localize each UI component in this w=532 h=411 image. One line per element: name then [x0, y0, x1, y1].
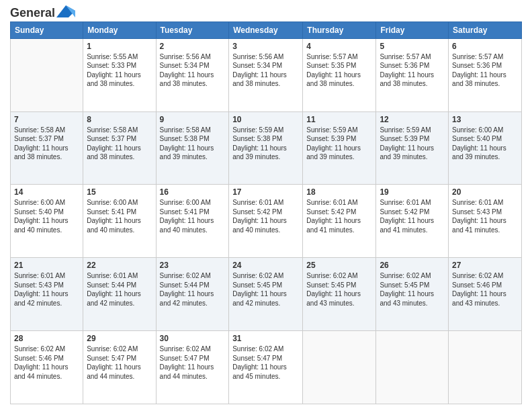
- day-info: Sunrise: 5:59 AMSunset: 5:39 PMDaylight:…: [306, 126, 372, 162]
- calendar-week-row: 28Sunrise: 6:02 AMSunset: 5:46 PMDayligh…: [11, 331, 522, 404]
- calendar-cell: 13Sunrise: 6:00 AMSunset: 5:40 PMDayligh…: [449, 111, 522, 185]
- calendar-week-row: 14Sunrise: 6:00 AMSunset: 5:40 PMDayligh…: [11, 185, 522, 258]
- col-header-saturday: Saturday: [449, 21, 522, 38]
- day-info: Sunrise: 6:00 AMSunset: 5:41 PMDaylight:…: [160, 198, 226, 234]
- day-number: 23: [160, 261, 226, 270]
- day-info: Sunrise: 6:00 AMSunset: 5:41 PMDaylight:…: [87, 198, 152, 234]
- day-number: 3: [232, 42, 299, 51]
- calendar-cell: 2Sunrise: 5:56 AMSunset: 5:34 PMDaylight…: [156, 38, 229, 111]
- logo-icon: [56, 5, 75, 19]
- calendar-cell: 17Sunrise: 6:01 AMSunset: 5:42 PMDayligh…: [229, 185, 303, 258]
- day-number: 8: [87, 115, 152, 124]
- day-info: Sunrise: 5:57 AMSunset: 5:35 PMDaylight:…: [306, 52, 372, 89]
- calendar-cell: 21Sunrise: 6:01 AMSunset: 5:43 PMDayligh…: [11, 258, 83, 331]
- day-info: Sunrise: 5:58 AMSunset: 5:37 PMDaylight:…: [14, 126, 79, 162]
- day-number: 30: [160, 334, 226, 343]
- day-number: 24: [232, 261, 299, 270]
- day-number: 13: [452, 115, 518, 124]
- day-number: 1: [87, 42, 152, 51]
- col-header-monday: Monday: [83, 21, 156, 38]
- calendar-cell: 14Sunrise: 6:00 AMSunset: 5:40 PMDayligh…: [11, 185, 83, 258]
- calendar-cell: 15Sunrise: 6:00 AMSunset: 5:41 PMDayligh…: [83, 185, 156, 258]
- day-number: 10: [232, 115, 299, 124]
- day-number: 29: [87, 334, 152, 343]
- logo-text: General: [10, 7, 55, 20]
- calendar-cell: 4Sunrise: 5:57 AMSunset: 5:35 PMDaylight…: [303, 38, 376, 111]
- day-number: 18: [306, 187, 372, 197]
- calendar-cell: 11Sunrise: 5:59 AMSunset: 5:39 PMDayligh…: [303, 111, 376, 185]
- header: General: [10, 7, 522, 16]
- col-header-sunday: Sunday: [11, 21, 83, 38]
- day-info: Sunrise: 6:01 AMSunset: 5:43 PMDaylight:…: [452, 198, 518, 234]
- day-info: Sunrise: 6:00 AMSunset: 5:40 PMDaylight:…: [452, 126, 518, 162]
- day-info: Sunrise: 5:57 AMSunset: 5:36 PMDaylight:…: [452, 52, 518, 89]
- day-number: 9: [160, 115, 226, 124]
- day-number: 31: [232, 334, 299, 343]
- day-number: 12: [380, 115, 445, 124]
- calendar-cell: 30Sunrise: 6:02 AMSunset: 5:47 PMDayligh…: [156, 331, 229, 404]
- calendar-cell: 23Sunrise: 6:02 AMSunset: 5:44 PMDayligh…: [156, 258, 229, 331]
- day-info: Sunrise: 6:01 AMSunset: 5:42 PMDaylight:…: [232, 198, 299, 234]
- calendar-cell: 26Sunrise: 6:02 AMSunset: 5:45 PMDayligh…: [376, 258, 449, 331]
- day-info: Sunrise: 6:02 AMSunset: 5:47 PMDaylight:…: [232, 345, 299, 381]
- calendar-cell: 19Sunrise: 6:01 AMSunset: 5:42 PMDayligh…: [376, 185, 449, 258]
- day-info: Sunrise: 5:58 AMSunset: 5:37 PMDaylight:…: [87, 126, 152, 162]
- day-info: Sunrise: 5:59 AMSunset: 5:39 PMDaylight:…: [380, 126, 445, 162]
- col-header-tuesday: Tuesday: [156, 21, 229, 38]
- day-number: 5: [380, 42, 445, 51]
- calendar-cell: 7Sunrise: 5:58 AMSunset: 5:37 PMDaylight…: [11, 111, 83, 185]
- day-number: 26: [380, 261, 445, 270]
- day-info: Sunrise: 6:02 AMSunset: 5:44 PMDaylight:…: [160, 271, 226, 308]
- calendar-cell: 3Sunrise: 5:56 AMSunset: 5:34 PMDaylight…: [229, 38, 303, 111]
- calendar-week-row: 7Sunrise: 5:58 AMSunset: 5:37 PMDaylight…: [11, 111, 522, 185]
- calendar-cell: 28Sunrise: 6:02 AMSunset: 5:46 PMDayligh…: [11, 331, 83, 404]
- day-number: 4: [306, 42, 372, 51]
- day-info: Sunrise: 6:02 AMSunset: 5:46 PMDaylight:…: [14, 345, 79, 381]
- day-number: 2: [160, 42, 226, 51]
- calendar-cell: 27Sunrise: 6:02 AMSunset: 5:46 PMDayligh…: [449, 258, 522, 331]
- day-info: Sunrise: 6:01 AMSunset: 5:42 PMDaylight:…: [306, 198, 372, 234]
- calendar-cell: 8Sunrise: 5:58 AMSunset: 5:37 PMDaylight…: [83, 111, 156, 185]
- calendar-cell: [449, 331, 522, 404]
- day-info: Sunrise: 5:57 AMSunset: 5:36 PMDaylight:…: [380, 52, 445, 89]
- calendar-cell: [11, 38, 83, 111]
- day-number: 25: [306, 261, 372, 270]
- day-info: Sunrise: 5:56 AMSunset: 5:34 PMDaylight:…: [232, 52, 299, 89]
- calendar-cell: [303, 331, 376, 404]
- page: General SundayMondayTuesdayWednesdayThur…: [0, 0, 532, 411]
- calendar-week-row: 1Sunrise: 5:55 AMSunset: 5:33 PMDaylight…: [11, 38, 522, 111]
- calendar-cell: 20Sunrise: 6:01 AMSunset: 5:43 PMDayligh…: [449, 185, 522, 258]
- day-info: Sunrise: 6:00 AMSunset: 5:40 PMDaylight:…: [14, 198, 79, 234]
- calendar-cell: [376, 331, 449, 404]
- calendar-table: SundayMondayTuesdayWednesdayThursdayFrid…: [10, 21, 522, 404]
- day-number: 17: [232, 187, 299, 197]
- day-number: 27: [452, 261, 518, 270]
- day-info: Sunrise: 5:59 AMSunset: 5:38 PMDaylight:…: [232, 126, 299, 162]
- calendar-cell: 22Sunrise: 6:01 AMSunset: 5:44 PMDayligh…: [83, 258, 156, 331]
- day-info: Sunrise: 5:56 AMSunset: 5:34 PMDaylight:…: [160, 52, 226, 89]
- day-info: Sunrise: 6:01 AMSunset: 5:44 PMDaylight:…: [87, 271, 152, 308]
- col-header-wednesday: Wednesday: [229, 21, 303, 38]
- day-info: Sunrise: 6:01 AMSunset: 5:43 PMDaylight:…: [14, 271, 79, 308]
- calendar-cell: 5Sunrise: 5:57 AMSunset: 5:36 PMDaylight…: [376, 38, 449, 111]
- day-info: Sunrise: 6:02 AMSunset: 5:47 PMDaylight:…: [87, 345, 152, 381]
- day-info: Sunrise: 5:55 AMSunset: 5:33 PMDaylight:…: [87, 52, 152, 89]
- calendar-cell: 10Sunrise: 5:59 AMSunset: 5:38 PMDayligh…: [229, 111, 303, 185]
- day-number: 14: [14, 187, 79, 197]
- day-number: 22: [87, 261, 152, 270]
- col-header-thursday: Thursday: [303, 21, 376, 38]
- day-number: 19: [380, 187, 445, 197]
- calendar-cell: 29Sunrise: 6:02 AMSunset: 5:47 PMDayligh…: [83, 331, 156, 404]
- day-info: Sunrise: 5:58 AMSunset: 5:38 PMDaylight:…: [160, 126, 226, 162]
- day-number: 16: [160, 187, 226, 197]
- day-number: 28: [14, 334, 79, 343]
- calendar-cell: 1Sunrise: 5:55 AMSunset: 5:33 PMDaylight…: [83, 38, 156, 111]
- day-number: 7: [14, 115, 79, 124]
- calendar-cell: 31Sunrise: 6:02 AMSunset: 5:47 PMDayligh…: [229, 331, 303, 404]
- col-header-friday: Friday: [376, 21, 449, 38]
- calendar-cell: 16Sunrise: 6:00 AMSunset: 5:41 PMDayligh…: [156, 185, 229, 258]
- day-number: 20: [452, 187, 518, 197]
- logo: General: [10, 7, 75, 16]
- calendar-cell: 6Sunrise: 5:57 AMSunset: 5:36 PMDaylight…: [449, 38, 522, 111]
- calendar-week-row: 21Sunrise: 6:01 AMSunset: 5:43 PMDayligh…: [11, 258, 522, 331]
